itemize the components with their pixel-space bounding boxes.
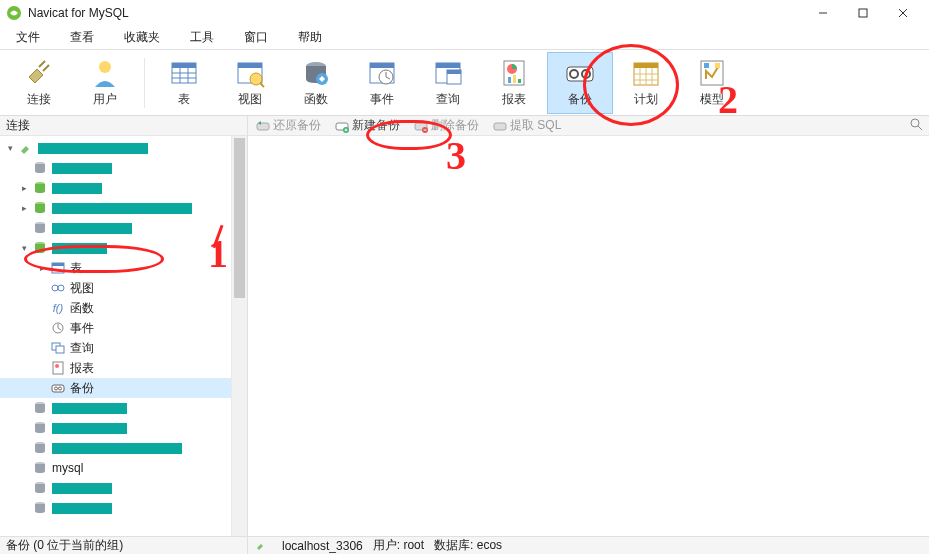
- svg-rect-46: [715, 63, 720, 68]
- toolbar-function-label: 函数: [304, 91, 328, 108]
- svg-point-56: [911, 119, 919, 127]
- tree-database[interactable]: [0, 158, 231, 178]
- tree-database[interactable]: [0, 418, 231, 438]
- svg-rect-32: [513, 75, 516, 83]
- tree-queries-label: 查询: [70, 340, 94, 357]
- sub-toolbar: 还原备份 新建备份 删除备份 提取 SQL: [248, 116, 929, 136]
- expand-icon[interactable]: ▸: [18, 182, 30, 194]
- backup-list-content[interactable]: [248, 136, 929, 536]
- connection-status-icon: [254, 539, 268, 553]
- svg-rect-45: [704, 63, 709, 68]
- window-maximize-button[interactable]: [843, 0, 883, 26]
- toolbar-view-button[interactable]: 视图: [217, 52, 283, 114]
- tree-database[interactable]: [0, 218, 231, 238]
- tree-database-active[interactable]: ▾: [0, 238, 231, 258]
- svg-line-17: [260, 83, 264, 87]
- function-small-icon: f(): [50, 300, 66, 316]
- toolbar-connect-label: 连接: [27, 91, 51, 108]
- toolbar-user-label: 用户: [93, 91, 117, 108]
- backup-small-icon: [50, 380, 66, 396]
- expand-icon[interactable]: ▸: [18, 202, 30, 214]
- window-close-button[interactable]: [883, 0, 923, 26]
- scrollbar-thumb[interactable]: [234, 138, 245, 298]
- redacted-text: [52, 183, 102, 194]
- database-icon: [32, 460, 48, 476]
- search-icon[interactable]: [909, 117, 923, 134]
- svg-rect-33: [518, 79, 521, 83]
- tree-backup-label: 备份: [70, 380, 94, 397]
- database-icon: [32, 420, 48, 436]
- expand-icon[interactable]: ▾: [4, 142, 16, 154]
- toolbar-function-button[interactable]: 函数: [283, 52, 349, 114]
- menu-help[interactable]: 帮助: [286, 27, 334, 48]
- user-icon: [89, 57, 121, 89]
- redacted-text: [38, 143, 148, 154]
- tree-database[interactable]: [0, 498, 231, 518]
- svg-rect-26: [436, 63, 460, 68]
- redacted-text: [52, 443, 182, 454]
- svg-line-57: [918, 126, 922, 130]
- tree-database[interactable]: ▸: [0, 198, 231, 218]
- menu-view[interactable]: 查看: [58, 27, 106, 48]
- table-icon: [168, 57, 200, 89]
- tree-views[interactable]: 视图: [0, 278, 231, 298]
- sidebar-header-label: 连接: [6, 117, 30, 134]
- tree-reports[interactable]: 报表: [0, 358, 231, 378]
- tree-scrollbar[interactable]: [231, 136, 247, 536]
- connection-tree[interactable]: ▾ ▸ ▸: [0, 136, 231, 536]
- tree-database-mysql[interactable]: mysql: [0, 458, 231, 478]
- tree-database[interactable]: [0, 398, 231, 418]
- extract-sql-icon: [493, 119, 507, 133]
- tree-connection[interactable]: ▾: [0, 138, 231, 158]
- expand-icon[interactable]: ▸: [36, 262, 48, 274]
- svg-point-7: [99, 61, 111, 73]
- window-minimize-button[interactable]: [803, 0, 843, 26]
- toolbar-connect-button[interactable]: 连接: [6, 52, 72, 114]
- main-toolbar: 连接 用户 表 视图 函数 事件 查询 报表 备份 计划 模型: [0, 50, 929, 116]
- tree-functions[interactable]: f() 函数: [0, 298, 231, 318]
- new-backup-label: 新建备份: [352, 117, 400, 134]
- tree-tables-label: 表: [70, 260, 82, 277]
- menu-file[interactable]: 文件: [4, 27, 52, 48]
- tree-database[interactable]: [0, 478, 231, 498]
- tree-mysql-label: mysql: [52, 461, 83, 475]
- status-left-text: 备份 (0 位于当前的组): [6, 537, 123, 554]
- restore-backup-button[interactable]: 还原备份: [256, 117, 321, 134]
- toolbar-schedule-button[interactable]: 计划: [613, 52, 679, 114]
- database-icon: [32, 160, 48, 176]
- collapse-icon[interactable]: ▾: [18, 242, 30, 254]
- redacted-text: [52, 223, 132, 234]
- delete-backup-button[interactable]: 删除备份: [414, 117, 479, 134]
- tree-queries[interactable]: 查询: [0, 338, 231, 358]
- toolbar-table-button[interactable]: 表: [151, 52, 217, 114]
- tree-database[interactable]: [0, 438, 231, 458]
- extract-sql-button[interactable]: 提取 SQL: [493, 117, 561, 134]
- tree-events[interactable]: 事件: [0, 318, 231, 338]
- menu-favorites[interactable]: 收藏夹: [112, 27, 172, 48]
- plug-icon: [23, 57, 55, 89]
- restore-backup-label: 还原备份: [273, 117, 321, 134]
- toolbar-model-button[interactable]: 模型: [679, 52, 745, 114]
- toolbar-backup-button[interactable]: 备份: [547, 52, 613, 114]
- tree-database[interactable]: ▸: [0, 178, 231, 198]
- sidebar-header: 连接: [0, 116, 248, 136]
- svg-line-6: [43, 65, 49, 71]
- toolbar-query-button[interactable]: 查询: [415, 52, 481, 114]
- tree-tables[interactable]: ▸ 表: [0, 258, 231, 278]
- report-small-icon: [50, 360, 66, 376]
- database-icon: [32, 500, 48, 516]
- tree-backup-selected[interactable]: 备份: [0, 378, 231, 398]
- redacted-text: [52, 243, 107, 254]
- toolbar-user-button[interactable]: 用户: [72, 52, 138, 114]
- menu-tools[interactable]: 工具: [178, 27, 226, 48]
- toolbar-backup-label: 备份: [568, 91, 592, 108]
- tree-functions-label: 函数: [70, 300, 94, 317]
- main-area: [248, 136, 929, 536]
- delete-backup-icon: [414, 119, 428, 133]
- event-icon: [366, 57, 398, 89]
- svg-rect-71: [56, 346, 64, 353]
- new-backup-button[interactable]: 新建备份: [335, 117, 400, 134]
- menu-window[interactable]: 窗口: [232, 27, 280, 48]
- toolbar-event-button[interactable]: 事件: [349, 52, 415, 114]
- toolbar-report-button[interactable]: 报表: [481, 52, 547, 114]
